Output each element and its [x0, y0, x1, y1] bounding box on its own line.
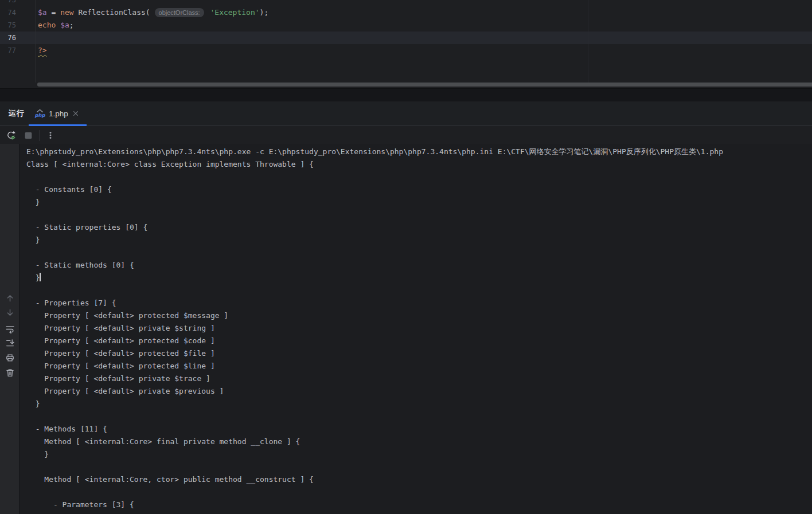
console-line: Property [ <default> protected $message …	[26, 309, 812, 322]
clear-all-icon	[5, 368, 15, 378]
code-editor[interactable]: 7374757677 $a = new ReflectionClass( obj…	[0, 0, 812, 88]
scroll-up-button[interactable]	[5, 293, 15, 303]
more-options-button[interactable]	[44, 129, 57, 142]
stop-icon	[24, 131, 33, 140]
code-token: =	[47, 8, 60, 17]
panel-splitter[interactable]	[0, 88, 812, 101]
print-icon	[5, 353, 15, 363]
console-line: - Constants [0] {	[26, 183, 812, 196]
active-tab-indicator	[29, 124, 87, 126]
code-token: ReflectionClass(	[74, 8, 155, 17]
code-token: ;	[69, 21, 74, 29]
console-line: - Static methods [0] {	[26, 259, 812, 272]
console-line: Class [ <internal:Core> class Exception …	[26, 158, 812, 171]
run-tool-window-title: 运行	[9, 108, 25, 119]
line-number: 75	[0, 19, 16, 32]
console-line: Property [ <default> private $previous ]	[26, 385, 812, 398]
console-line: }	[26, 196, 812, 209]
console-toolbar	[0, 144, 19, 514]
code-token: new	[60, 8, 73, 17]
code-token: echo	[38, 21, 56, 29]
console-line: Property [ <default> protected $line ]	[26, 360, 812, 372]
console-line	[26, 209, 812, 221]
line-number: 77	[0, 44, 16, 57]
code-line[interactable]: ?>	[38, 44, 47, 57]
run-toolbar	[0, 127, 812, 144]
scroll-to-end-icon	[5, 338, 15, 348]
console-line: }	[26, 272, 812, 284]
run-tab[interactable]: php 1.php	[29, 101, 87, 125]
line-number: 76	[0, 32, 16, 44]
rerun-button[interactable]	[5, 129, 17, 142]
current-line-highlight	[0, 32, 812, 44]
console-line: Method [ <internal:Core> final private m…	[26, 435, 812, 448]
run-tab-label: 1.php	[49, 109, 68, 118]
stop-button[interactable]	[22, 129, 34, 142]
console-line: - Static properties [0] {	[26, 221, 812, 234]
print-button[interactable]	[5, 353, 15, 363]
code-token	[56, 21, 60, 29]
line-number: 74	[0, 6, 16, 19]
code-token: $a	[38, 8, 47, 17]
console-line: Property [ <default> protected $code ]	[26, 335, 812, 347]
console-line: }	[26, 398, 812, 410]
rerun-icon	[6, 130, 16, 140]
horizontal-scrollbar-thumb[interactable]	[37, 83, 812, 87]
close-tab-icon[interactable]	[72, 109, 80, 117]
scroll-down-button[interactable]	[5, 308, 15, 317]
console-line: Property [ <default> private $trace ]	[26, 372, 812, 385]
scroll-to-end-button[interactable]	[5, 338, 15, 348]
clear-all-button[interactable]	[5, 368, 15, 378]
code-line[interactable]: $a = new ReflectionClass( objectOrClass:…	[38, 6, 268, 19]
console-line: - Parameters [3] {	[26, 499, 812, 511]
console-line	[26, 246, 812, 259]
more-options-icon	[46, 131, 55, 140]
text-caret	[40, 273, 41, 281]
console-line: - Properties [7] {	[26, 297, 812, 309]
console-output[interactable]: E:\phpstudy_pro\Extensions\php\php7.3.4n…	[20, 144, 812, 514]
toolbar-separator	[40, 130, 40, 141]
parameter-hint: objectOrClass:	[155, 8, 204, 17]
console-line: }	[26, 448, 812, 461]
code-token: 'Exception'	[210, 8, 259, 17]
scroll-up-icon	[5, 293, 15, 303]
console-line	[26, 461, 812, 473]
php-file-icon: php	[34, 109, 45, 118]
gutter-separator	[36, 0, 36, 83]
console-line: - Methods [11] {	[26, 423, 812, 435]
line-number: 73	[0, 0, 16, 6]
code-line[interactable]: echo $a;	[38, 19, 74, 32]
console-line	[26, 284, 812, 297]
code-token: );	[260, 8, 269, 17]
console-line: E:\phpstudy_pro\Extensions\php\php7.3.4n…	[26, 146, 812, 158]
console-line: Method [ <internal:Core, ctor> public me…	[26, 473, 812, 486]
soft-wrap-button[interactable]	[5, 324, 15, 333]
scroll-down-icon	[5, 308, 15, 317]
run-console: E:\phpstudy_pro\Extensions\php\php7.3.4n…	[0, 144, 812, 514]
svg-text:php: php	[34, 112, 45, 118]
code-token: ?>	[38, 46, 47, 54]
console-line: Property [ <default> protected $file ]	[26, 347, 812, 360]
code-token: $a	[60, 21, 69, 29]
console-line	[26, 486, 812, 499]
console-line	[26, 171, 812, 183]
run-tool-window-header: 运行 php 1.php	[0, 101, 812, 126]
console-line: }	[26, 234, 812, 246]
soft-wrap-icon	[5, 324, 15, 333]
console-line	[26, 410, 812, 423]
console-line: Property [ <default> private $string ]	[26, 322, 812, 335]
right-margin-guide	[588, 0, 588, 83]
